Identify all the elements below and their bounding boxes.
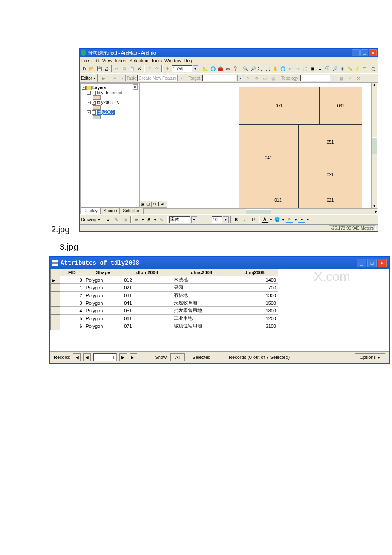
- table-row[interactable]: 1Polygon021果园700: [51, 284, 278, 292]
- cell[interactable]: Polygon: [84, 299, 122, 307]
- parcel-061[interactable]: 061: [320, 87, 362, 125]
- topo-fix-icon[interactable]: ⚒: [355, 74, 363, 82]
- underline-icon[interactable]: U: [250, 216, 257, 223]
- forward-extent-icon[interactable]: ➡: [294, 65, 301, 72]
- full-extent-icon[interactable]: 🌐: [280, 65, 286, 72]
- parcel-051[interactable]: 051: [298, 125, 362, 159]
- table-row[interactable]: 0Polygon012水浇地1400: [51, 276, 278, 284]
- data-view-icon[interactable]: ▣: [141, 202, 145, 206]
- cell[interactable]: 果园: [172, 284, 231, 292]
- layer1-checkbox[interactable]: [92, 91, 96, 95]
- font-size-combo[interactable]: [212, 216, 222, 223]
- attributes-table[interactable]: FIDShapedlbm2008dlmc2008dlmj2008 0Polygo…: [50, 269, 278, 330]
- parcel-021[interactable]: 021: [298, 191, 362, 208]
- close-button[interactable]: ×: [378, 259, 387, 267]
- cell[interactable]: 1400: [231, 276, 278, 284]
- vertical-scrollbar[interactable]: ▲▼: [371, 83, 378, 208]
- font-name-dropdown[interactable]: ▼: [191, 216, 197, 223]
- toc-root[interactable]: Layers: [92, 85, 106, 90]
- toc-tab-display[interactable]: Display: [81, 207, 101, 214]
- cell[interactable]: 2100: [231, 322, 278, 330]
- row-selector[interactable]: [51, 299, 60, 307]
- menu-window[interactable]: Window: [164, 58, 181, 63]
- show-selected-button[interactable]: Selected: [187, 353, 215, 361]
- rectangle-icon[interactable]: ▭: [133, 216, 141, 223]
- row-selector[interactable]: [51, 276, 60, 284]
- layer2-swatch[interactable]: [93, 105, 101, 110]
- arctoolbox-icon[interactable]: 🧰: [217, 65, 224, 72]
- cell[interactable]: 1200: [231, 315, 278, 322]
- hyperlink-icon[interactable]: ⚡: [354, 65, 360, 72]
- column-header[interactable]: FID: [60, 269, 84, 276]
- column-header[interactable]: Shape: [84, 269, 122, 276]
- cell[interactable]: 5: [60, 315, 84, 322]
- row-selector[interactable]: [51, 284, 60, 292]
- menu-insert[interactable]: Insert: [115, 58, 127, 63]
- add-data-icon[interactable]: ✚: [164, 65, 170, 72]
- task-combo[interactable]: [137, 75, 178, 81]
- cell[interactable]: 4: [60, 307, 84, 315]
- toc-close-icon[interactable]: ×: [133, 84, 138, 90]
- cell[interactable]: 031: [122, 292, 172, 299]
- minimize-button[interactable]: _: [352, 49, 360, 56]
- menu-edit[interactable]: Edit: [92, 58, 100, 63]
- table-row[interactable]: 3Polygon041天然牧草地1500: [51, 299, 278, 307]
- parcel-041[interactable]: 041: [239, 125, 298, 191]
- row-selector[interactable]: [51, 292, 60, 299]
- zoom-to-selected-icon[interactable]: ⊕: [121, 216, 129, 223]
- maximize-button[interactable]: □: [360, 49, 368, 56]
- rotate-icon[interactable]: ↻: [113, 216, 121, 223]
- topo-validate-icon[interactable]: ✓: [346, 74, 354, 82]
- cell[interactable]: 0: [60, 276, 84, 284]
- next-record-button[interactable]: ▶: [119, 353, 127, 361]
- menu-selection[interactable]: Selection: [129, 58, 148, 63]
- layer2-checkbox[interactable]: ✓: [92, 101, 96, 105]
- menu-tools[interactable]: Tools: [151, 58, 162, 63]
- column-header[interactable]: dlmj2008: [231, 269, 278, 276]
- whats-this-icon[interactable]: ❓: [232, 65, 238, 72]
- toc-tab-source[interactable]: Source: [101, 207, 120, 214]
- cell[interactable]: 061: [122, 315, 172, 322]
- cell[interactable]: 021: [122, 284, 172, 292]
- split-icon[interactable]: ▭: [261, 74, 269, 82]
- text-icon[interactable]: A: [145, 216, 153, 223]
- column-header[interactable]: dlmc2008: [172, 269, 231, 276]
- layer1-swatch[interactable]: [93, 95, 101, 100]
- select-features-icon[interactable]: ⬚: [302, 65, 308, 72]
- maximize-button[interactable]: □: [367, 259, 377, 267]
- topology-combo[interactable]: [300, 75, 330, 81]
- arcmap-titlebar[interactable]: 转移矩阵.mxd - ArcMap - ArcInfo _ □ ×: [80, 49, 378, 57]
- layer3-checkbox[interactable]: [92, 110, 96, 115]
- marker-color-icon[interactable]: •: [298, 216, 306, 223]
- cell[interactable]: 批发零售用地: [172, 307, 231, 315]
- cell[interactable]: 6: [60, 322, 84, 330]
- menu-help[interactable]: Help: [184, 58, 193, 63]
- cell[interactable]: Polygon: [84, 307, 122, 315]
- print-icon[interactable]: 🖨: [103, 65, 110, 72]
- drawing-menu[interactable]: Drawing: [81, 217, 97, 222]
- cell[interactable]: 041: [122, 299, 172, 307]
- find-icon[interactable]: 🔎: [331, 65, 338, 72]
- fill-color-icon[interactable]: 🪣: [273, 216, 281, 223]
- target-combo[interactable]: [202, 75, 236, 81]
- collapse-icon[interactable]: −: [87, 91, 91, 95]
- sketch-props-icon[interactable]: ✎: [244, 74, 252, 82]
- layer2-name[interactable]: tdly2008: [97, 100, 113, 105]
- parcel-071[interactable]: 071: [239, 87, 320, 125]
- cell[interactable]: 700: [231, 284, 278, 292]
- cut-icon[interactable]: ✂: [114, 65, 120, 72]
- cell[interactable]: 1: [60, 284, 84, 292]
- pause-icon[interactable]: ‖: [158, 202, 160, 206]
- record-number-input[interactable]: [93, 353, 117, 361]
- sketch-dropdown[interactable]: ▼: [120, 75, 126, 81]
- identify-icon[interactable]: ⓘ: [324, 65, 331, 72]
- select-elements-icon[interactable]: ▲: [317, 65, 323, 72]
- table-row[interactable]: 5Polygon061工业用地1200: [51, 315, 278, 322]
- map-canvas[interactable]: 071061041051031012021: [139, 83, 371, 208]
- topology-dropdown[interactable]: ▼: [331, 75, 337, 81]
- refresh-icon[interactable]: ⟳: [153, 202, 156, 206]
- back-extent-icon[interactable]: ⬅: [287, 65, 293, 72]
- open-icon[interactable]: 📂: [88, 65, 95, 72]
- menu-view[interactable]: View: [102, 58, 112, 63]
- rotate-icon[interactable]: ↻: [253, 74, 260, 82]
